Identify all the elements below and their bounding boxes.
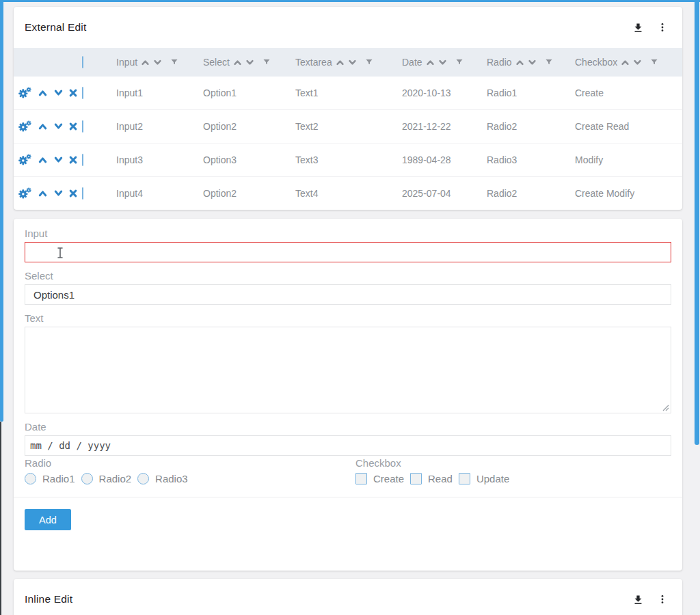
- delete-x-icon[interactable]: [69, 189, 77, 197]
- kebab-menu-icon[interactable]: [655, 592, 670, 607]
- checkbox-icon[interactable]: [355, 473, 367, 484]
- radio-option-radio1[interactable]: Radio1: [25, 473, 75, 484]
- external-edit-card: External Edit Input Select Textarea: [14, 7, 682, 210]
- sort-asc-icon[interactable]: [336, 59, 345, 66]
- move-up-icon[interactable]: [38, 89, 48, 97]
- date-field[interactable]: mm / dd / yyyy: [25, 435, 671, 456]
- column-header-radio: Radio: [487, 57, 575, 68]
- add-form-card: Input Select Options1 Text Date mm / dd …: [14, 219, 682, 571]
- filter-icon[interactable]: [262, 58, 271, 66]
- form-divider: [14, 497, 682, 497]
- input-label: Input: [25, 228, 671, 239]
- cell-radio: Radio1: [487, 87, 575, 98]
- checkbox-option-label: Create: [373, 473, 404, 484]
- sort-asc-icon[interactable]: [141, 59, 150, 66]
- checkbox-option-read[interactable]: Read: [410, 473, 453, 484]
- checkbox-option-create[interactable]: Create: [355, 473, 404, 484]
- input-field[interactable]: [25, 242, 671, 262]
- inline-edit-card: Inline Edit: [14, 579, 682, 615]
- move-up-icon[interactable]: [38, 156, 48, 164]
- checkbox-group: Checkbox Create Read Update: [355, 457, 671, 484]
- row-checkbox[interactable]: [82, 187, 83, 200]
- filter-icon[interactable]: [170, 58, 178, 66]
- filter-icon[interactable]: [365, 58, 373, 66]
- delete-x-icon[interactable]: [69, 89, 77, 97]
- move-down-icon[interactable]: [53, 89, 64, 97]
- cell-radio: Radio2: [487, 121, 575, 132]
- checkbox-group-label: Checkbox: [355, 457, 671, 469]
- sort-desc-icon[interactable]: [348, 59, 357, 66]
- viewport-top-border: [0, 0, 700, 2]
- left-scrollbar-thumb[interactable]: [0, 0, 3, 422]
- column-header-textarea: Textarea: [295, 57, 402, 68]
- sort-desc-icon[interactable]: [528, 59, 537, 66]
- select-label: Select: [25, 270, 671, 282]
- settings-cogs-icon[interactable]: [18, 154, 32, 166]
- radio-icon[interactable]: [81, 473, 93, 484]
- table-row: Input2 Option2 Text2 2021-12-22 Radio2 C…: [14, 110, 682, 144]
- checkbox-option-update[interactable]: Update: [459, 473, 509, 484]
- delete-x-icon[interactable]: [69, 122, 77, 131]
- move-down-icon[interactable]: [53, 156, 64, 164]
- resize-handle-icon[interactable]: [662, 405, 669, 411]
- sort-desc-icon[interactable]: [633, 59, 642, 66]
- sort-asc-icon[interactable]: [515, 59, 524, 66]
- move-up-icon[interactable]: [38, 122, 48, 131]
- radio-option-radio3[interactable]: Radio3: [137, 473, 188, 484]
- kebab-menu-icon[interactable]: [655, 20, 670, 35]
- settings-cogs-icon[interactable]: [18, 120, 32, 133]
- cell-checkbox: Create Read: [575, 121, 682, 132]
- select-all-checkbox[interactable]: [82, 56, 83, 68]
- settings-cogs-icon[interactable]: [18, 187, 32, 200]
- cell-date: 2020-10-13: [402, 87, 487, 98]
- sort-desc-icon[interactable]: [438, 59, 447, 66]
- filter-icon[interactable]: [545, 58, 553, 66]
- checkbox-icon[interactable]: [410, 473, 422, 484]
- column-label: Checkbox: [575, 57, 617, 68]
- text-cursor-icon: [57, 247, 64, 260]
- sort-asc-icon[interactable]: [426, 59, 435, 66]
- settings-cogs-icon[interactable]: [18, 87, 32, 99]
- column-label: Radio: [487, 57, 512, 68]
- table-header-row: Input Select Textarea Date Radio: [14, 48, 682, 77]
- delete-x-icon[interactable]: [69, 156, 77, 164]
- radio-option-label: Radio2: [99, 473, 132, 484]
- cell-date: 2025-07-04: [402, 188, 487, 199]
- cell-checkbox: Modify: [575, 154, 682, 165]
- radio-icon[interactable]: [25, 473, 36, 484]
- row-checkbox[interactable]: [82, 87, 83, 99]
- radio-icon[interactable]: [137, 473, 149, 484]
- column-label: Date: [402, 57, 422, 68]
- cell-radio: Radio3: [487, 154, 575, 165]
- move-down-icon[interactable]: [53, 189, 64, 197]
- checkbox-option-label: Read: [428, 473, 453, 484]
- sort-asc-icon[interactable]: [621, 59, 630, 66]
- filter-icon[interactable]: [455, 58, 463, 66]
- left-scrollbar-track: [0, 422, 1, 615]
- cell-checkbox: Create: [575, 87, 682, 98]
- download-icon[interactable]: [630, 592, 645, 607]
- sort-desc-icon[interactable]: [245, 59, 254, 66]
- row-checkbox[interactable]: [82, 154, 83, 166]
- date-label: Date: [25, 421, 671, 433]
- cell-textarea: Text4: [295, 188, 402, 199]
- column-header-date: Date: [402, 57, 487, 68]
- add-button[interactable]: Add: [25, 509, 71, 530]
- row-checkbox[interactable]: [82, 120, 83, 133]
- textarea-field[interactable]: [25, 327, 671, 413]
- select-field[interactable]: Options1: [25, 284, 671, 305]
- filter-icon[interactable]: [650, 58, 658, 66]
- cell-input: Input1: [116, 87, 203, 98]
- download-icon[interactable]: [630, 20, 645, 35]
- move-up-icon[interactable]: [38, 189, 48, 197]
- sort-asc-icon[interactable]: [233, 59, 242, 66]
- cell-input: Input4: [116, 188, 203, 199]
- right-scrollbar-thumb[interactable]: [695, 0, 699, 445]
- radio-option-radio2[interactable]: Radio2: [81, 473, 132, 484]
- date-placeholder: mm / dd / yyyy: [30, 440, 111, 451]
- checkbox-icon[interactable]: [459, 473, 470, 484]
- column-header-input: Input: [116, 57, 203, 68]
- sort-desc-icon[interactable]: [153, 59, 162, 66]
- move-down-icon[interactable]: [53, 122, 64, 131]
- card-title: External Edit: [25, 21, 86, 33]
